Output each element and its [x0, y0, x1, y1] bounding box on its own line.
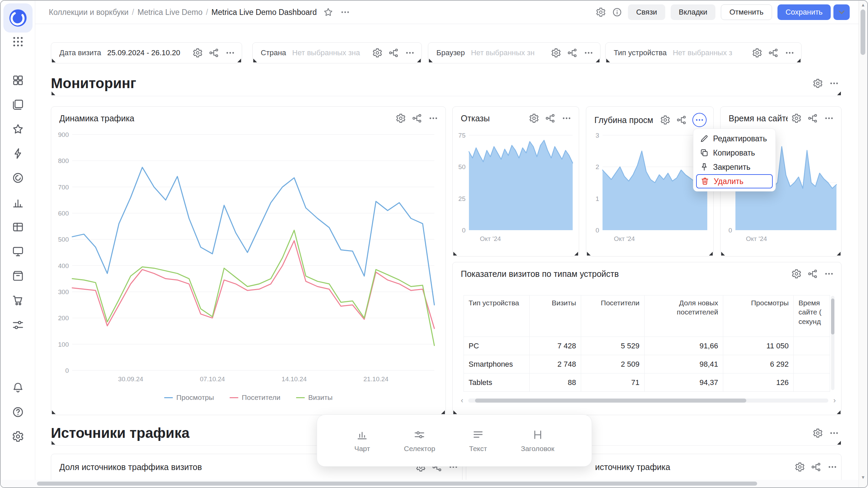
more-actions-icon[interactable] [428, 113, 439, 124]
scroll-left-arrow[interactable]: ‹ [461, 396, 463, 405]
gear-icon[interactable] [529, 113, 539, 124]
settings-gear-icon[interactable] [12, 430, 24, 443]
gear-icon[interactable] [812, 428, 823, 439]
notifications-bell-icon[interactable] [12, 381, 24, 394]
legend-item[interactable]: Визиты [296, 393, 333, 402]
filter-placeholder[interactable]: Нет выбранных зна [292, 48, 366, 57]
storage-box-icon[interactable] [12, 269, 24, 282]
filter-browser[interactable]: Браузер Нет выбранных зн [428, 42, 600, 63]
links-icon[interactable] [567, 47, 578, 58]
more-actions-icon[interactable] [829, 428, 840, 439]
scroll-down-arrow[interactable]: ▼ [859, 475, 867, 480]
more-actions-icon[interactable] [824, 268, 834, 279]
toolbar-item-chart[interactable]: Чарт [354, 428, 370, 453]
apps-grid-icon[interactable] [12, 35, 24, 48]
more-actions-icon[interactable] [824, 113, 834, 124]
more-actions-icon[interactable] [405, 47, 415, 58]
dashboards-grid-icon[interactable] [12, 74, 24, 87]
breadcrumb-collections[interactable]: Коллекции и воркбуки [49, 8, 129, 17]
gear-icon[interactable] [660, 115, 671, 125]
links-icon[interactable] [545, 113, 556, 124]
more-actions-icon[interactable] [829, 78, 840, 89]
scroll-right-arrow[interactable]: › [833, 396, 836, 405]
vertical-scrollbar[interactable]: ▲ ▼ [859, 1, 867, 488]
links-icon[interactable] [807, 113, 818, 124]
column-header[interactable]: Просмотры [723, 296, 794, 337]
filter-device-type[interactable]: Тип устройства Нет выбранных з [605, 42, 802, 63]
save-button[interactable]: Сохранить [777, 4, 831, 20]
gear-icon[interactable] [791, 113, 802, 124]
save-menu-button[interactable] [833, 4, 850, 20]
column-header[interactable]: Посетители [581, 296, 645, 337]
scroll-up-arrow[interactable]: ▲ [859, 2, 867, 7]
more-actions-icon[interactable] [225, 47, 236, 58]
gear-icon[interactable] [812, 78, 823, 89]
gear-icon[interactable] [791, 268, 802, 279]
filter-value[interactable]: 25.09.2024 - 26.10.20 [107, 48, 186, 57]
scroll-thumb[interactable] [475, 399, 746, 403]
tables-grid-icon[interactable] [12, 221, 24, 233]
gear-icon[interactable] [794, 462, 805, 472]
table-horizontal-scrollbar[interactable]: ‹ › [461, 397, 836, 404]
datalens-logo-icon[interactable] [8, 8, 28, 28]
toolbar-item-text[interactable]: Текст [469, 428, 487, 453]
column-header[interactable]: Визиты [530, 296, 581, 337]
cart-icon[interactable] [12, 294, 24, 307]
more-actions-icon[interactable] [827, 462, 838, 472]
menu-item-copy[interactable]: Копировать [696, 146, 773, 160]
scroll-thumb[interactable] [861, 9, 865, 55]
filter-placeholder[interactable]: Нет выбранных з [673, 48, 746, 57]
charts-bar-icon[interactable] [12, 196, 24, 209]
gear-icon[interactable] [752, 47, 763, 58]
tabs-button[interactable]: Вкладки [671, 4, 715, 20]
menu-item-delete[interactable]: Удалить [696, 174, 773, 188]
more-actions-icon[interactable] [784, 47, 795, 58]
more-actions-button-active[interactable] [692, 113, 707, 127]
workflow-icon[interactable] [12, 319, 24, 331]
links-icon[interactable] [768, 47, 779, 58]
toolbar-item-heading[interactable]: Заголовок [521, 428, 554, 453]
relations-button[interactable]: Связи [628, 4, 665, 20]
links-icon[interactable] [807, 268, 818, 279]
links-icon[interactable] [388, 47, 399, 58]
monitor-icon[interactable] [12, 245, 24, 258]
gear-icon[interactable] [192, 47, 203, 58]
gear-icon[interactable] [372, 47, 383, 58]
filter-country[interactable]: Страна Нет выбранных зна [252, 42, 422, 63]
more-actions-icon[interactable] [340, 7, 351, 18]
column-header[interactable]: Тип устройства [464, 296, 530, 337]
dashboard-settings-icon[interactable] [595, 7, 606, 18]
legend-item[interactable]: Посетители [230, 393, 280, 402]
toolbar-item-selector[interactable]: Селектор [404, 428, 435, 453]
legend-item[interactable]: Просмотры [164, 393, 214, 402]
favorites-star-icon[interactable] [12, 123, 24, 136]
dashboard-info-icon[interactable] [612, 7, 623, 18]
gear-icon[interactable] [395, 113, 406, 124]
copy-icon [699, 148, 709, 158]
links-icon[interactable] [209, 47, 219, 58]
lightning-icon[interactable] [12, 147, 24, 160]
favorite-star-icon[interactable] [323, 7, 334, 18]
scroll-thumb[interactable] [831, 299, 834, 334]
breadcrumb-workbook[interactable]: Metrica Live Demo [137, 8, 202, 17]
table-vertical-scrollbar[interactable] [831, 296, 834, 390]
filter-visit-date[interactable]: Дата визита 25.09.2024 - 26.10.20 [51, 42, 242, 63]
datalens-service-icon[interactable] [12, 171, 24, 184]
collections-icon[interactable] [12, 98, 24, 111]
cancel-button[interactable]: Отменить [721, 4, 772, 20]
column-header[interactable]: Время сайте ( секунд [794, 296, 830, 337]
links-icon[interactable] [412, 113, 422, 124]
help-icon[interactable] [12, 406, 24, 419]
column-header[interactable]: Доля новых посетителей [645, 296, 723, 337]
menu-item-pin[interactable]: Закрепить [696, 160, 773, 174]
links-icon[interactable] [811, 462, 822, 472]
chevron-down-icon [836, 7, 847, 18]
gear-icon[interactable] [551, 47, 561, 58]
menu-item-edit[interactable]: Редактировать [696, 131, 773, 146]
more-actions-icon[interactable] [583, 47, 594, 58]
more-actions-icon[interactable] [561, 113, 572, 124]
scroll-thumb[interactable] [37, 482, 757, 486]
horizontal-scrollbar[interactable] [1, 480, 860, 487]
filter-placeholder[interactable]: Нет выбранных зн [471, 48, 545, 57]
links-icon[interactable] [676, 115, 687, 125]
